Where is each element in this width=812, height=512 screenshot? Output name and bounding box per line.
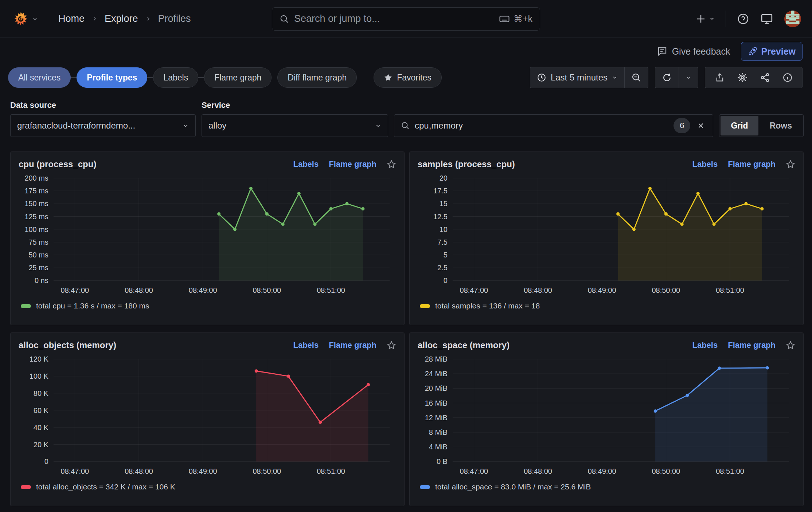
svg-text:16 MiB: 16 MiB [425,399,448,407]
filter-labels-row: Data source Service [0,88,812,110]
labels-link[interactable]: Labels [692,340,718,350]
result-count-badge: 6 [674,118,690,133]
panel-alloc-objects: alloc_objects (memory) Labels Flame grap… [10,332,405,506]
preview-button[interactable]: Preview [741,42,803,61]
grafana-logo-icon [13,11,28,27]
info-icon[interactable] [782,72,793,83]
service-select[interactable]: alloy [202,114,388,137]
favorite-star-icon[interactable] [387,159,396,169]
chevron-right-icon [145,16,151,21]
legend-item[interactable]: total samples = 136 / max = 18 [418,302,795,310]
svg-text:24 MiB: 24 MiB [425,370,448,378]
breadcrumb-explore[interactable]: Explore [105,13,138,24]
monitor-icon[interactable] [760,12,773,25]
refresh-button[interactable] [655,67,679,88]
favorite-star-icon[interactable] [786,340,795,350]
flame-graph-link[interactable]: Flame graph [728,340,776,350]
global-search-box[interactable]: ⌘+k [272,7,540,31]
gear-icon[interactable] [737,72,747,83]
svg-text:25 ms: 25 ms [28,264,48,272]
tab-label: Diff flame graph [288,73,347,83]
chevron-down-icon [32,16,38,22]
labels-link[interactable]: Labels [692,159,718,169]
user-avatar[interactable] [784,11,801,27]
svg-text:80 K: 80 K [34,389,49,397]
zoom-out-time-button[interactable] [624,67,648,88]
svg-text:200 ms: 200 ms [24,174,48,182]
svg-text:120 K: 120 K [30,355,49,363]
flame-graph-link[interactable]: Flame graph [329,159,376,169]
profile-type-search-input[interactable] [415,121,668,131]
tab-favorites[interactable]: Favorites [374,67,442,88]
top-navigation: Home Explore Profiles ⌘+k [0,0,812,38]
clear-search-icon[interactable] [695,120,706,131]
svg-text:5: 5 [444,251,448,259]
shortcut-label: ⌘+k [514,13,532,24]
labels-link[interactable]: Labels [293,340,319,350]
time-series-chart: 200 ms175 ms150 ms125 ms100 ms75 ms50 ms… [19,173,396,299]
flame-graph-link[interactable]: Flame graph [728,159,776,169]
panel-actions-group [705,67,803,88]
global-search-input[interactable] [294,13,494,24]
profile-type-search-box: 6 [394,114,713,137]
tab-diff-flame-graph[interactable]: Diff flame graph [277,67,357,88]
svg-text:08:50:00: 08:50:00 [652,286,680,294]
export-share-icon[interactable] [715,72,725,83]
favorite-star-icon[interactable] [786,159,795,169]
time-controls: Last 5 minutes [530,67,803,88]
legend-label: total samples = 136 / max = 18 [435,302,540,310]
chevron-down-icon [183,123,189,129]
chevron-right-icon [92,16,97,21]
svg-text:12 MiB: 12 MiB [425,414,448,422]
time-range-picker[interactable]: Last 5 minutes [530,67,624,88]
svg-text:0 ns: 0 ns [35,276,48,284]
time-series-chart: 2017.51512.5107.552.5008:47:0008:48:0008… [418,173,795,299]
tab-profile-types[interactable]: Profile types [77,67,147,88]
svg-text:10: 10 [440,225,448,233]
svg-text:175 ms: 175 ms [24,187,48,195]
chevron-down-icon [375,123,381,129]
svg-text:08:48:00: 08:48:00 [524,467,552,475]
svg-text:08:47:00: 08:47:00 [61,286,89,294]
svg-text:20 K: 20 K [34,441,49,449]
breadcrumb-home[interactable]: Home [58,13,85,24]
flame-graph-link[interactable]: Flame graph [329,340,376,350]
svg-text:08:47:00: 08:47:00 [460,467,488,475]
panel-title: samples (process_cpu) [418,159,515,169]
layout-rows-option[interactable]: Rows [760,116,802,135]
svg-text:0: 0 [444,276,448,284]
svg-text:60 K: 60 K [34,406,49,414]
svg-text:0 B: 0 B [437,457,448,465]
refresh-icon [662,72,672,83]
svg-text:12.5: 12.5 [433,213,448,221]
svg-text:0: 0 [44,457,48,465]
data-source-select[interactable]: grafanacloud-terraformdemo... [10,114,196,137]
legend-item[interactable]: total alloc_space = 83.0 MiB / max = 25.… [418,483,795,491]
layout-grid-option[interactable]: Grid [721,116,758,135]
legend-item[interactable]: total cpu = 1.36 s / max = 180 ms [19,302,396,310]
panel-samples: samples (process_cpu) Labels Flame graph… [409,151,804,325]
keyboard-icon [499,13,510,24]
favorite-star-icon[interactable] [387,340,396,350]
labels-link[interactable]: Labels [293,159,319,169]
new-button[interactable] [695,13,715,24]
give-feedback-link[interactable]: Give feedback [657,46,730,57]
grafana-logo-menu-button[interactable] [11,9,40,29]
search-icon [280,14,289,24]
legend-item[interactable]: total alloc_objects = 342 K / max = 106 … [19,483,396,491]
help-icon[interactable] [737,13,749,25]
share-icon[interactable] [760,72,770,83]
tab-labels[interactable]: Labels [153,67,198,88]
svg-text:08:51:00: 08:51:00 [317,286,345,294]
chevron-down-icon [709,16,715,21]
tab-all-services[interactable]: All services [8,67,71,88]
comment-icon [657,46,668,57]
tab-flame-graph[interactable]: Flame graph [204,67,272,88]
svg-text:20 MiB: 20 MiB [425,384,448,392]
panel-title: cpu (process_cpu) [19,159,96,169]
legend-label: total alloc_space = 83.0 MiB / max = 25.… [435,483,591,491]
refresh-group [655,67,698,88]
svg-text:7.5: 7.5 [437,238,448,246]
svg-text:17.5: 17.5 [433,187,448,195]
refresh-interval-dropdown[interactable] [679,67,698,88]
